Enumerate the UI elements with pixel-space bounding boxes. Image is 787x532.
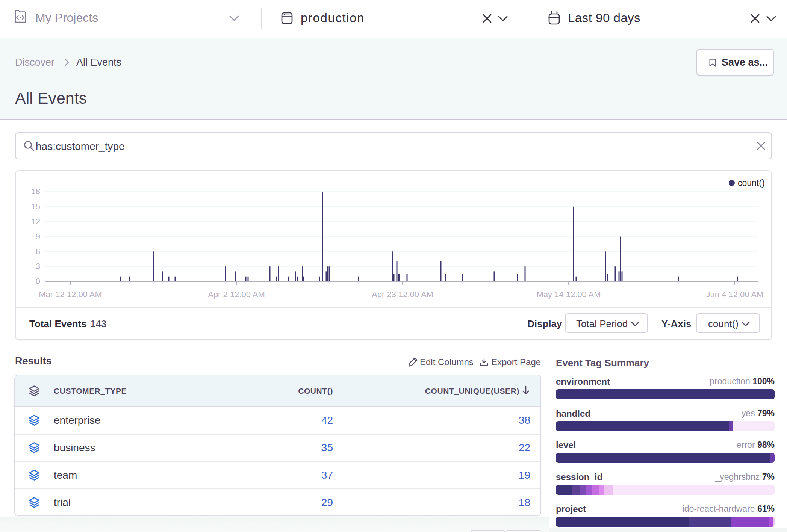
svg-text:Jun 4 12:00 AM: Jun 4 12:00 AM (706, 290, 764, 299)
svg-text:count(): count() (738, 178, 765, 188)
svg-text:May 14 12:00 AM: May 14 12:00 AM (536, 290, 601, 299)
svg-text:Mar 12 12:00 AM: Mar 12 12:00 AM (39, 290, 102, 299)
svg-text:3: 3 (36, 261, 40, 271)
svg-text:0: 0 (36, 277, 40, 286)
svg-text:Apr 23 12:00 AM: Apr 23 12:00 AM (372, 290, 433, 299)
svg-text:18: 18 (31, 187, 40, 196)
svg-text:9: 9 (36, 232, 40, 241)
svg-text:12: 12 (31, 217, 40, 226)
svg-text:6: 6 (36, 247, 40, 256)
svg-text:Apr 2 12:00 AM: Apr 2 12:00 AM (208, 290, 265, 299)
svg-text:15: 15 (31, 202, 40, 211)
